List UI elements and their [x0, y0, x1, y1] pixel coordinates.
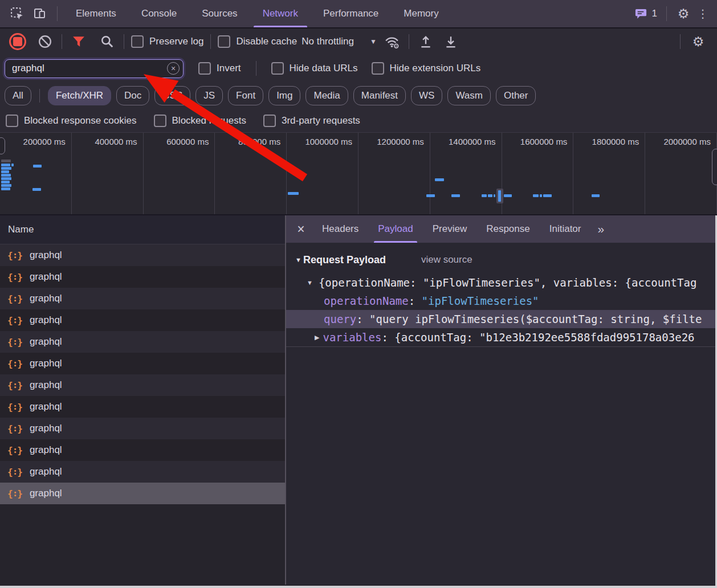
detail-tab-initiator[interactable]: Initiator: [540, 215, 591, 243]
throttling-value: No throttling: [302, 36, 354, 47]
payload-entry[interactable]: query: "query ipFlowTimeseries($accountT…: [286, 310, 717, 328]
issues-icon: [634, 7, 647, 21]
request-row[interactable]: {∶}graphql: [0, 396, 285, 418]
tab-memory[interactable]: Memory: [391, 0, 451, 27]
record-network-log-button[interactable]: [8, 32, 27, 51]
network-conditions-button[interactable]: [382, 32, 402, 51]
preserve-log-toggle[interactable]: Preserve log: [131, 35, 203, 48]
request-detail-panel: × HeadersPayloadPreviewResponseInitiator…: [286, 215, 717, 585]
settings-button[interactable]: ⚙: [673, 0, 694, 27]
request-name: graphql: [30, 315, 62, 326]
request-row[interactable]: {∶}graphql: [0, 439, 285, 461]
detail-tab-headers[interactable]: Headers: [312, 215, 368, 243]
request-timeline-bar: [592, 194, 600, 197]
request-row[interactable]: {∶}graphql: [0, 309, 285, 331]
timeline-right-grip[interactable]: [712, 149, 717, 185]
payload-value: "query ipFlowTimeseries($accountTag: str…: [369, 313, 702, 325]
request-row[interactable]: {∶}graphql: [0, 461, 285, 483]
import-har-button[interactable]: [416, 32, 435, 51]
request-timeline-bar: [426, 194, 435, 197]
type-chip-all[interactable]: All: [5, 86, 31, 105]
type-chip-manifest[interactable]: Manifest: [353, 86, 406, 105]
export-har-button[interactable]: [441, 32, 461, 51]
3rd-party-requests-toggle[interactable]: 3rd-party requests: [263, 115, 360, 127]
json-icon: {∶}: [7, 402, 22, 413]
hide-extension-urls-toggle[interactable]: Hide extension URLs: [372, 62, 481, 75]
blocked-requests-toggle[interactable]: Blocked requests: [154, 115, 246, 127]
chip-label: Img: [276, 90, 292, 101]
type-chip-ws[interactable]: WS: [411, 86, 442, 105]
type-chip-media[interactable]: Media: [305, 86, 348, 105]
request-name: graphql: [30, 336, 62, 348]
checkbox-label: Blocked response cookies: [24, 115, 137, 126]
request-row[interactable]: {∶}graphql: [0, 353, 285, 374]
view-source-link[interactable]: view source: [421, 254, 472, 266]
main-menu-button[interactable]: ⋮: [694, 0, 711, 27]
divider: [256, 61, 256, 76]
request-payload-section[interactable]: ▼ Request Payload view source: [286, 251, 717, 268]
request-row[interactable]: {∶}graphql: [0, 288, 285, 309]
type-chip-fetch-xhr[interactable]: Fetch/XHR: [48, 86, 111, 105]
disable-cache-toggle[interactable]: Disable cache: [218, 35, 297, 48]
clear-network-log-button[interactable]: [35, 32, 55, 51]
tab-sources[interactable]: Sources: [189, 0, 250, 27]
request-row[interactable]: {∶}graphql: [0, 374, 285, 396]
expand-icon: ▶: [315, 334, 319, 341]
detail-tab-response[interactable]: Response: [476, 215, 540, 243]
request-row[interactable]: {∶}graphql: [0, 266, 285, 288]
request-row[interactable]: {∶}graphql: [0, 244, 285, 266]
request-timeline-bar: [32, 188, 41, 191]
search-icon: [100, 35, 114, 48]
type-chip-wasm[interactable]: Wasm: [447, 86, 491, 105]
type-chip-css[interactable]: CSS: [154, 86, 190, 105]
hide-data-urls-toggle[interactable]: Hide data URLs: [271, 62, 358, 75]
request-row[interactable]: {∶}graphql: [0, 331, 285, 353]
name-column-header[interactable]: Name: [0, 215, 285, 244]
close-detail-button[interactable]: ×: [290, 215, 312, 243]
throttling-select[interactable]: No throttling ▼: [302, 36, 377, 47]
more-tabs-icon: »: [597, 222, 604, 236]
request-row[interactable]: {∶}graphql: [0, 418, 285, 439]
payload-root-node[interactable]: ▼ {operationName: "ipFlowTimeseries", va…: [286, 273, 717, 292]
timeline-left-grip[interactable]: [0, 137, 5, 154]
clear-filter-button[interactable]: ×: [167, 62, 180, 75]
device-toolbar-button[interactable]: [28, 0, 51, 27]
request-name: graphql: [30, 444, 62, 456]
issues-counter[interactable]: 1: [631, 0, 661, 27]
filter-toggle-button[interactable]: [69, 32, 88, 51]
request-name: graphql: [30, 379, 62, 391]
detail-tab-preview[interactable]: Preview: [423, 215, 476, 243]
type-chip-other[interactable]: Other: [496, 86, 536, 105]
tab-console[interactable]: Console: [129, 0, 189, 27]
type-chip-js[interactable]: JS: [195, 86, 223, 105]
tab-performance[interactable]: Performance: [311, 0, 391, 27]
more-tabs-button[interactable]: »: [590, 215, 611, 243]
payload-key: query: [324, 313, 356, 325]
type-chip-img[interactable]: Img: [268, 86, 300, 105]
payload-entry[interactable]: ▶variables: {accountTag: "b12e3b2192ee55…: [286, 328, 717, 346]
network-settings-button[interactable]: ⚙: [687, 34, 709, 50]
tab-elements[interactable]: Elements: [63, 0, 129, 27]
json-icon: {∶}: [7, 272, 22, 283]
type-chip-list: Fetch/XHRDocCSSJSFontImgMediaManifestWSW…: [48, 86, 536, 105]
payload-entry[interactable]: operationName: "ipFlowTimeseries": [286, 292, 717, 310]
request-timeline-bar: [1, 187, 10, 190]
chip-label: Other: [504, 90, 528, 101]
request-row[interactable]: {∶}graphql: [0, 483, 285, 504]
network-overview-timeline[interactable]: 200000 ms400000 ms600000 ms800000 ms1000…: [0, 132, 717, 215]
tab-network[interactable]: Network: [250, 0, 311, 27]
request-timeline-bar: [482, 194, 487, 197]
resource-type-filters: All Fetch/XHRDocCSSJSFontImgMediaManifes…: [0, 82, 717, 109]
disable-cache-label: Disable cache: [236, 36, 297, 47]
detail-tab-payload[interactable]: Payload: [368, 215, 422, 243]
json-icon: {∶}: [7, 315, 22, 326]
search-button[interactable]: [97, 32, 117, 51]
hide-data-urls-label: Hide data URLs: [290, 63, 358, 74]
blocked-response-cookies-toggle[interactable]: Blocked response cookies: [6, 115, 137, 127]
invert-filter-toggle[interactable]: Invert: [198, 62, 241, 75]
type-chip-doc[interactable]: Doc: [116, 86, 149, 105]
request-name: graphql: [30, 401, 62, 413]
filter-input[interactable]: [11, 62, 167, 75]
inspect-element-button[interactable]: [6, 0, 28, 27]
type-chip-font[interactable]: Font: [228, 86, 263, 105]
